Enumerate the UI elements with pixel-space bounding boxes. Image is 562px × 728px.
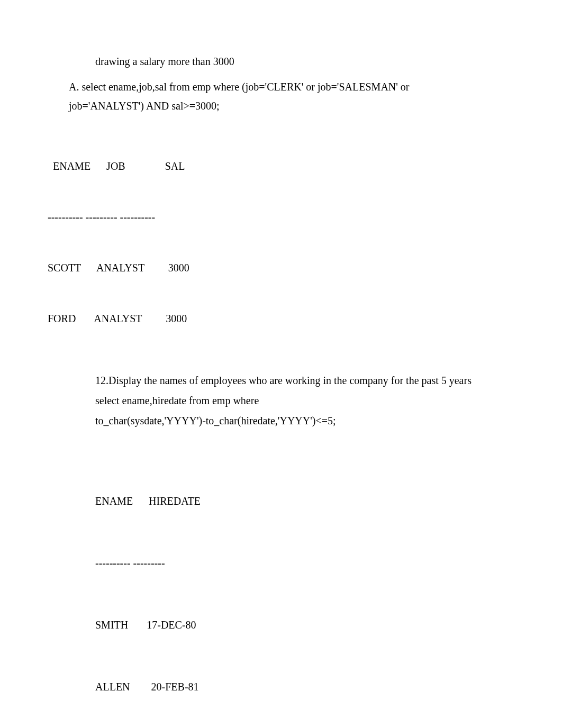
table-row: FORD ANALYST 3000 (48, 310, 514, 327)
table-row: ALLEN 20-FEB-81 (95, 677, 514, 697)
table-row: SCOTT ANALYST 3000 (48, 259, 514, 276)
answer-label: A. (69, 81, 79, 93)
table2-separator: ---------- --------- (95, 553, 514, 574)
q12-line-3: to_char(sysdate,'YYYY')-to_char(hiredate… (95, 411, 514, 431)
table1-header: ENAME JOB SAL (48, 158, 514, 175)
question-12-block: 12.Display the names of employees who ar… (95, 370, 514, 431)
answer-text-1: select ename,job,sal from emp where (job… (79, 81, 409, 93)
table-row: SMITH 17-DEC-80 (95, 615, 514, 635)
table1-separator: ---------- --------- ---------- (48, 208, 514, 225)
answer-line-1: A. select ename,job,sal from emp where (… (69, 78, 514, 95)
q12-line-1: 12.Display the names of employees who ar… (95, 370, 514, 390)
question-continuation-line: drawing a salary more than 3000 (95, 53, 514, 70)
result-table-2: ENAME HIREDATE ---------- --------- SMIT… (95, 450, 514, 728)
answer-line-2: job='ANALYST') AND sal>=3000; (69, 97, 514, 114)
table2-header: ENAME HIREDATE (95, 491, 514, 512)
result-table-1: ENAME JOB SAL ---------- --------- -----… (48, 124, 514, 344)
q12-line-2: select ename,hiredate from emp where (95, 390, 514, 411)
